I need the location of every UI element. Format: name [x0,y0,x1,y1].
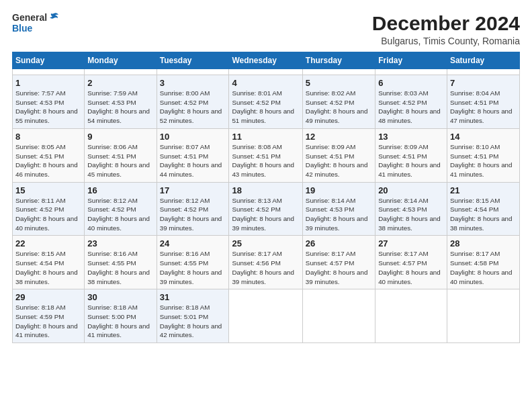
table-row [375,69,447,75]
day-number: 30 [87,292,153,302]
col-tuesday: Tuesday [157,52,229,69]
day-number: 18 [232,185,299,195]
day-detail: Sunrise: 8:10 AMSunset: 4:51 PMDaylight:… [450,143,513,178]
day-number: 14 [450,132,517,142]
day-number: 17 [160,185,226,195]
table-row [85,69,157,75]
table-row: 2 Sunrise: 7:59 AMSunset: 4:53 PMDayligh… [85,75,157,129]
day-number: 7 [450,78,517,88]
day-number: 1 [15,78,81,88]
calendar-row: 29 Sunrise: 8:18 AMSunset: 4:59 PMDaylig… [13,289,520,343]
calendar-table: Sunday Monday Tuesday Wednesday Thursday… [12,52,520,343]
calendar-row [13,69,520,75]
day-number: 10 [160,132,226,142]
day-number: 20 [378,185,444,195]
day-detail: Sunrise: 8:14 AMSunset: 4:53 PMDaylight:… [306,197,368,232]
table-row [302,69,375,75]
table-row [375,289,447,343]
day-detail: Sunrise: 8:18 AMSunset: 5:00 PMDaylight:… [87,304,150,338]
table-row: 20 Sunrise: 8:14 AMSunset: 4:53 PMDaylig… [375,182,447,236]
day-number: 21 [450,185,517,195]
day-detail: Sunrise: 8:09 AMSunset: 4:51 PMDaylight:… [378,143,441,178]
day-detail: Sunrise: 8:02 AMSunset: 4:52 PMDaylight:… [306,89,368,124]
day-number: 25 [232,238,299,248]
table-row: 31 Sunrise: 8:18 AMSunset: 5:01 PMDaylig… [157,289,229,343]
day-detail: Sunrise: 8:17 AMSunset: 4:57 PMDaylight:… [378,250,441,285]
day-detail: Sunrise: 7:57 AMSunset: 4:53 PMDaylight:… [15,89,78,124]
calendar-row: 8 Sunrise: 8:05 AMSunset: 4:51 PMDayligh… [13,128,520,182]
day-detail: Sunrise: 8:12 AMSunset: 4:52 PMDaylight:… [87,197,150,232]
day-number: 8 [15,132,81,142]
day-detail: Sunrise: 8:18 AMSunset: 5:01 PMDaylight:… [160,304,222,338]
logo-general-text: General [12,12,47,23]
col-sunday: Sunday [13,52,85,69]
day-number: 23 [87,238,153,248]
table-row: 13 Sunrise: 8:09 AMSunset: 4:51 PMDaylig… [375,128,447,182]
table-row: 3 Sunrise: 8:00 AMSunset: 4:52 PMDayligh… [157,75,229,129]
day-number: 6 [378,78,444,88]
table-row: 19 Sunrise: 8:14 AMSunset: 4:53 PMDaylig… [302,182,375,236]
day-detail: Sunrise: 8:14 AMSunset: 4:53 PMDaylight:… [378,197,441,232]
day-number: 11 [232,132,299,142]
day-detail: Sunrise: 8:09 AMSunset: 4:51 PMDaylight:… [306,143,368,178]
logo-bird-icon [48,12,59,23]
calendar-row: 22 Sunrise: 8:15 AMSunset: 4:54 PMDaylig… [13,236,520,289]
table-row: 30 Sunrise: 8:18 AMSunset: 5:00 PMDaylig… [85,289,157,343]
day-detail: Sunrise: 8:00 AMSunset: 4:52 PMDaylight:… [160,89,222,124]
calendar-row: 1 Sunrise: 7:57 AMSunset: 4:53 PMDayligh… [13,75,520,129]
logo-blue-text: Blue [12,23,32,34]
table-row: 8 Sunrise: 8:05 AMSunset: 4:51 PMDayligh… [13,128,85,182]
table-row [229,289,302,343]
day-detail: Sunrise: 8:05 AMSunset: 4:51 PMDaylight:… [15,143,78,178]
day-detail: Sunrise: 8:01 AMSunset: 4:52 PMDaylight:… [232,89,294,124]
table-row: 11 Sunrise: 8:08 AMSunset: 4:51 PMDaylig… [229,128,302,182]
day-number: 24 [160,238,226,248]
day-number: 26 [306,238,372,248]
table-row: 12 Sunrise: 8:09 AMSunset: 4:51 PMDaylig… [302,128,375,182]
day-detail: Sunrise: 8:11 AMSunset: 4:52 PMDaylight:… [15,197,78,232]
table-row [13,69,85,75]
table-row: 1 Sunrise: 7:57 AMSunset: 4:53 PMDayligh… [13,75,85,129]
table-row [302,289,375,343]
subtitle: Bulgarus, Timis County, Romania [372,36,520,46]
table-row: 7 Sunrise: 8:04 AMSunset: 4:51 PMDayligh… [447,75,519,129]
table-row: 25 Sunrise: 8:17 AMSunset: 4:56 PMDaylig… [229,236,302,289]
table-row: 4 Sunrise: 8:01 AMSunset: 4:52 PMDayligh… [229,75,302,129]
day-number: 12 [306,132,372,142]
table-row: 10 Sunrise: 8:07 AMSunset: 4:51 PMDaylig… [157,128,229,182]
table-row [229,69,302,75]
day-number: 9 [87,132,153,142]
table-row [447,69,519,75]
col-friday: Friday [375,52,447,69]
col-thursday: Thursday [302,52,375,69]
day-detail: Sunrise: 8:15 AMSunset: 4:54 PMDaylight:… [450,197,513,232]
day-number: 3 [160,78,226,88]
day-detail: Sunrise: 7:59 AMSunset: 4:53 PMDaylight:… [87,89,150,124]
table-row: 6 Sunrise: 8:03 AMSunset: 4:52 PMDayligh… [375,75,447,129]
day-number: 4 [232,78,299,88]
main-title: December 2024 [372,12,520,34]
table-row: 27 Sunrise: 8:17 AMSunset: 4:57 PMDaylig… [375,236,447,289]
col-monday: Monday [85,52,157,69]
day-detail: Sunrise: 8:16 AMSunset: 4:55 PMDaylight:… [160,250,222,285]
table-row: 14 Sunrise: 8:10 AMSunset: 4:51 PMDaylig… [447,128,519,182]
table-row: 22 Sunrise: 8:15 AMSunset: 4:54 PMDaylig… [13,236,85,289]
day-detail: Sunrise: 8:16 AMSunset: 4:55 PMDaylight:… [87,250,150,285]
day-number: 13 [378,132,444,142]
day-detail: Sunrise: 8:15 AMSunset: 4:54 PMDaylight:… [15,250,78,285]
table-row: 9 Sunrise: 8:06 AMSunset: 4:51 PMDayligh… [85,128,157,182]
day-detail: Sunrise: 8:04 AMSunset: 4:51 PMDaylight:… [450,89,513,124]
table-row: 18 Sunrise: 8:13 AMSunset: 4:52 PMDaylig… [229,182,302,236]
day-detail: Sunrise: 8:12 AMSunset: 4:52 PMDaylight:… [160,197,222,232]
day-number: 27 [378,238,444,248]
day-detail: Sunrise: 8:17 AMSunset: 4:56 PMDaylight:… [232,250,294,285]
table-row: 21 Sunrise: 8:15 AMSunset: 4:54 PMDaylig… [447,182,519,236]
day-detail: Sunrise: 8:17 AMSunset: 4:57 PMDaylight:… [306,250,368,285]
table-row [157,69,229,75]
day-detail: Sunrise: 8:13 AMSunset: 4:52 PMDaylight:… [232,197,294,232]
header: General Blue December 2024 Bulgarus, Tim… [12,12,520,46]
day-number: 22 [15,238,81,248]
day-detail: Sunrise: 8:08 AMSunset: 4:51 PMDaylight:… [232,143,294,178]
table-row: 17 Sunrise: 8:12 AMSunset: 4:52 PMDaylig… [157,182,229,236]
col-wednesday: Wednesday [229,52,302,69]
